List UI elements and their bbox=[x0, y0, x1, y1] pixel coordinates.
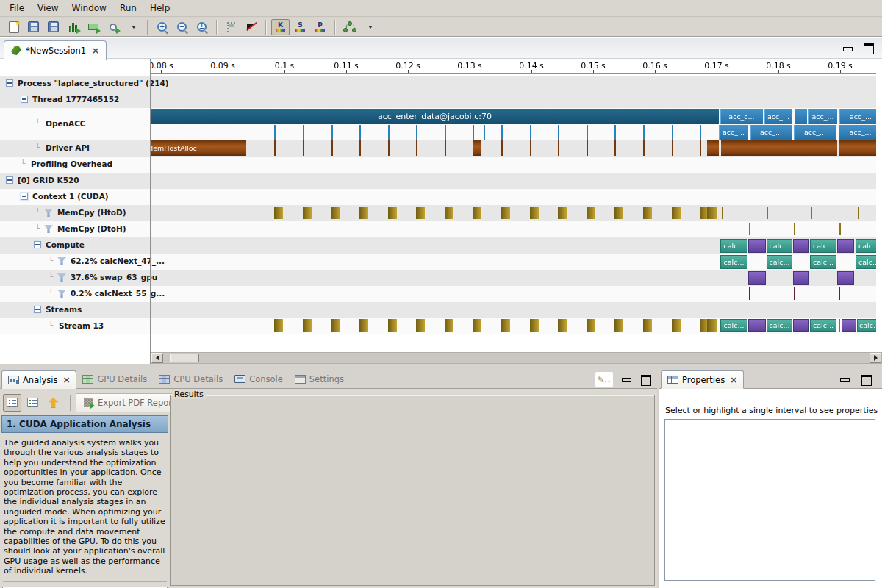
compute-interval[interactable] bbox=[837, 239, 854, 253]
session-tab[interactable]: *NewSession1 × bbox=[4, 40, 107, 60]
menu-help[interactable]: Help bbox=[143, 1, 176, 15]
compute-interval[interactable]: calc... bbox=[856, 239, 876, 253]
stream-13-memcpy-interval[interactable] bbox=[359, 319, 368, 332]
tree-item-process[interactable]: Process "laplace_structured" (214) bbox=[18, 79, 169, 87]
openacc-sub-interval[interactable]: acc_... bbox=[750, 125, 792, 140]
export-pdf-button[interactable]: Export PDF Report bbox=[76, 393, 183, 412]
driver-api-interval[interactable] bbox=[721, 140, 837, 156]
close-icon[interactable]: × bbox=[92, 46, 99, 56]
kernel-swap-63-interval[interactable] bbox=[837, 271, 854, 285]
driver-api-interval[interactable] bbox=[473, 140, 481, 156]
memcpy-htod-memcpy-interval[interactable] bbox=[587, 207, 595, 219]
generate-timeline-icon[interactable] bbox=[64, 19, 82, 35]
expander-icon-context-1[interactable] bbox=[21, 193, 28, 200]
unguided-analysis-icon[interactable] bbox=[340, 19, 359, 35]
rename-session-icon[interactable] bbox=[84, 19, 102, 35]
stream-13-interval[interactable]: calc... bbox=[810, 319, 836, 332]
stream-13-memcpy-interval[interactable] bbox=[445, 319, 453, 332]
memcpy-htod-memcpy-interval[interactable] bbox=[501, 207, 510, 219]
save-all-icon[interactable]: ... bbox=[44, 19, 62, 35]
process-color-icon[interactable]: P bbox=[311, 19, 329, 35]
stream-13-memcpy-interval[interactable] bbox=[388, 319, 397, 332]
panel-minimize-icon[interactable] bbox=[621, 376, 631, 384]
stream-13-interval[interactable]: calc... bbox=[720, 319, 747, 332]
stream-13-memcpy-interval[interactable] bbox=[530, 319, 539, 332]
guided-analysis-button[interactable] bbox=[3, 394, 21, 412]
stream-13-memcpy-interval[interactable] bbox=[643, 319, 652, 332]
goto-marker-icon[interactable] bbox=[242, 19, 260, 35]
tree-item-kernel-swap-63[interactable]: 37.6% swap_63_gpu bbox=[71, 273, 157, 282]
expander-icon-process[interactable] bbox=[6, 79, 13, 87]
analysis-dropdown-caret[interactable] bbox=[360, 19, 379, 35]
memcpy-htod-memcpy-interval[interactable] bbox=[558, 207, 567, 219]
compute-interval[interactable]: calc... bbox=[810, 239, 836, 253]
stream-13-memcpy-interval[interactable] bbox=[614, 319, 623, 332]
tab-analysis[interactable]: Analysis× bbox=[1, 370, 76, 389]
expander-icon-compute[interactable] bbox=[34, 241, 41, 248]
save-session-icon[interactable] bbox=[24, 19, 43, 35]
expander-icon-grid-k520[interactable] bbox=[6, 176, 13, 184]
horizontal-sash[interactable] bbox=[0, 364, 882, 370]
stream-13-interval[interactable]: calc... bbox=[767, 319, 792, 332]
memcpy-htod-memcpy-interval[interactable] bbox=[672, 207, 681, 219]
stream-13-memcpy-interval[interactable] bbox=[501, 319, 510, 332]
new-session-icon[interactable] bbox=[4, 19, 23, 35]
tab-properties[interactable]: Properties× bbox=[661, 370, 744, 389]
kernel-calcnext-47-interval[interactable]: calc... bbox=[856, 255, 876, 269]
tree-item-stream-13[interactable]: Stream 13 bbox=[59, 321, 104, 330]
unguided-analysis-button[interactable] bbox=[24, 394, 42, 412]
back-up-button[interactable] bbox=[44, 394, 62, 412]
tree-item-profiling-overhead[interactable]: Profiling Overhead bbox=[31, 159, 112, 168]
view-menu-icon[interactable]: ✎.. bbox=[595, 372, 613, 387]
menu-run[interactable]: Run bbox=[113, 1, 143, 15]
memcpy-htod-memcpy-interval[interactable] bbox=[643, 207, 652, 219]
memcpy-htod-memcpy-interval[interactable] bbox=[416, 207, 425, 219]
kernel-calcnext-47-interval[interactable]: calc... bbox=[810, 255, 836, 269]
stream-13-interval[interactable] bbox=[793, 319, 809, 332]
memcpy-htod-memcpy-interval[interactable] bbox=[359, 207, 368, 219]
openacc-sub-interval[interactable]: acc_... bbox=[719, 125, 748, 140]
stream-13-memcpy-interval[interactable] bbox=[274, 319, 283, 332]
menu-window[interactable]: Window bbox=[65, 1, 113, 15]
kernel-swap-63-interval[interactable] bbox=[793, 271, 809, 285]
menu-file[interactable]: File bbox=[3, 1, 31, 15]
analyze-application-icon[interactable] bbox=[104, 19, 122, 35]
tree-item-context-1[interactable]: Context 1 (CUDA) bbox=[32, 192, 109, 201]
tab-console[interactable]: Console bbox=[229, 370, 289, 388]
stream-13-interval[interactable]: calc... bbox=[857, 319, 876, 332]
zoom-out-icon[interactable]: − bbox=[173, 19, 191, 35]
zoom-fit-icon[interactable]: ± bbox=[193, 19, 211, 35]
scrollbar-thumb[interactable] bbox=[170, 354, 199, 362]
analyze-dropdown-caret[interactable] bbox=[123, 19, 142, 35]
tree-item-openacc[interactable]: OpenACC bbox=[46, 119, 86, 128]
tree-item-memcpy-htod[interactable]: MemCpy (HtoD) bbox=[57, 208, 126, 217]
compute-interval[interactable] bbox=[748, 239, 766, 253]
stream-13-interval[interactable] bbox=[748, 319, 766, 332]
tree-item-compute[interactable]: Compute bbox=[46, 240, 85, 249]
tab-settings[interactable]: Settings bbox=[289, 370, 350, 388]
stream-13-memcpy-interval[interactable] bbox=[303, 319, 312, 332]
tree-item-thread[interactable]: Thread 1777465152 bbox=[32, 95, 119, 104]
properties-maximize-icon[interactable] bbox=[861, 375, 871, 383]
memcpy-htod-memcpy-interval[interactable] bbox=[331, 207, 340, 219]
scroll-right-button[interactable] bbox=[870, 353, 881, 363]
memcpy-htod-memcpy-interval[interactable] bbox=[274, 207, 283, 219]
openacc-top-interval[interactable]: acc_c... bbox=[720, 109, 763, 124]
timeline-marker-icon[interactable] bbox=[222, 19, 240, 35]
tree-item-memcpy-dtoh[interactable]: MemCpy (DtoH) bbox=[57, 224, 126, 233]
openacc-top-interval[interactable] bbox=[795, 109, 807, 124]
stream-13-interval[interactable] bbox=[707, 319, 717, 332]
memcpy-htod-interval[interactable] bbox=[707, 207, 717, 219]
driver-api-interval[interactable]: MemHostAlloc bbox=[151, 140, 246, 156]
kernel-calcnext-47-interval[interactable]: calc... bbox=[720, 255, 747, 269]
memcpy-htod-memcpy-interval[interactable] bbox=[614, 207, 623, 219]
kernel-calcnext-47-interval[interactable]: calc... bbox=[767, 255, 792, 269]
driver-api-interval[interactable] bbox=[839, 140, 876, 156]
openacc-top-interval[interactable]: acc_enter_data@jacobi.c:70 bbox=[151, 109, 719, 124]
openacc-top-interval[interactable]: acc_... bbox=[764, 109, 792, 124]
stream-13-memcpy-interval[interactable] bbox=[331, 319, 340, 332]
expander-icon-thread[interactable] bbox=[21, 96, 28, 103]
properties-minimize-icon[interactable] bbox=[839, 376, 849, 384]
tree-item-driver-api[interactable]: Driver API bbox=[46, 143, 90, 152]
stream-13-memcpy-interval[interactable] bbox=[558, 319, 567, 332]
